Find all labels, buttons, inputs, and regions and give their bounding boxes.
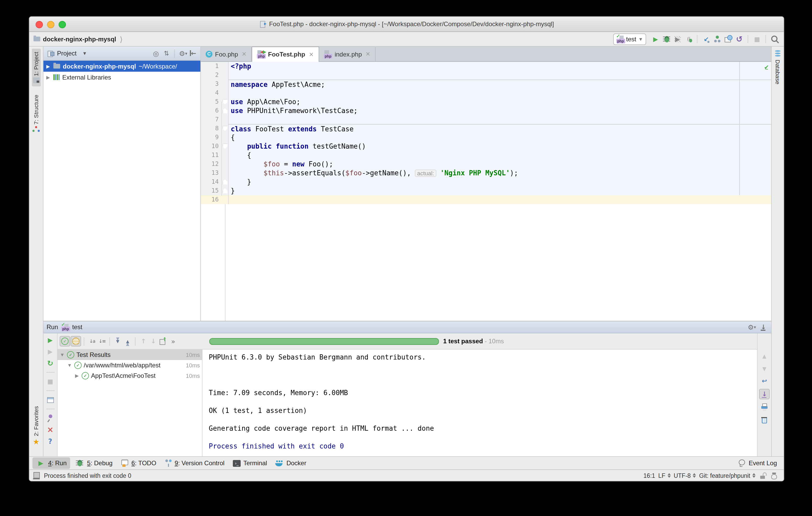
line-number[interactable]: 8 bbox=[201, 124, 222, 133]
expand-arrow-icon[interactable]: ▼ bbox=[67, 363, 72, 368]
fold-marker-icon[interactable] bbox=[223, 179, 227, 184]
breadcrumb-project[interactable]: docker-nginx-php-mysql bbox=[43, 35, 116, 42]
expand-arrow-icon[interactable]: ▼ bbox=[60, 352, 65, 357]
show-passed-button[interactable] bbox=[60, 336, 70, 346]
scroll-to-end-icon[interactable] bbox=[760, 389, 769, 399]
pin-icon[interactable] bbox=[46, 413, 55, 423]
scroll-to-end-button[interactable] bbox=[759, 389, 770, 399]
code-line[interactable]: 10 public function testGetName() bbox=[201, 142, 771, 151]
code-line[interactable]: 16 bbox=[201, 195, 771, 204]
unlock-icon[interactable] bbox=[759, 471, 767, 480]
fold-marker-icon[interactable] bbox=[223, 188, 227, 193]
run-toolwindow-header[interactable]: Run ✓ php test bbox=[44, 321, 771, 333]
vcs-icon[interactable] bbox=[165, 459, 172, 467]
stop-icon[interactable] bbox=[752, 34, 762, 44]
line-number[interactable]: 4 bbox=[201, 88, 222, 97]
line-number[interactable]: 13 bbox=[201, 169, 222, 177]
close-window-button[interactable] bbox=[36, 21, 43, 28]
test-tree-row[interactable]: ▶AppTest\Acme\FooTest10ms bbox=[58, 371, 202, 381]
line-number[interactable]: 1 bbox=[201, 62, 222, 70]
show-passed-icon[interactable] bbox=[61, 338, 68, 345]
git-branch-widget[interactable]: Git: feature/phpunit bbox=[699, 472, 755, 479]
line-number[interactable]: 11 bbox=[201, 151, 222, 160]
chevron-down-icon[interactable]: ▼ bbox=[82, 51, 87, 56]
settings-icon[interactable] bbox=[747, 322, 757, 332]
code-line[interactable]: 8class FooTest extends TestCase bbox=[201, 124, 771, 133]
toolwindow-tab-version-control[interactable]: 9: Version Control bbox=[161, 458, 228, 468]
collapse-all-icon[interactable] bbox=[123, 337, 133, 346]
run-console[interactable]: PHPUnit 6.3.0 by Sebastian Bergmann and … bbox=[202, 350, 757, 459]
toolwindow-tab-project[interactable]: 1: Project bbox=[32, 49, 40, 87]
code-line[interactable]: 5use App\Acme\Foo; bbox=[201, 97, 771, 106]
toolwindow-tab-docker[interactable]: Docker bbox=[272, 458, 310, 468]
line-number[interactable]: 3 bbox=[201, 80, 222, 88]
line-number[interactable]: 6 bbox=[201, 106, 222, 115]
line-ending-select[interactable]: LF bbox=[658, 472, 670, 479]
terminal-icon[interactable] bbox=[233, 460, 241, 466]
project-tree-row-external-libraries[interactable]: ▶ External Libraries bbox=[44, 72, 200, 83]
code-line[interactable]: 6use PHPUnit\Framework\TestCase; bbox=[201, 106, 771, 115]
line-number[interactable]: 7 bbox=[201, 115, 222, 124]
breadcrumb[interactable]: docker-nginx-php-mysql ⟩ bbox=[33, 35, 123, 43]
inspection-status-icon[interactable]: ✔ bbox=[764, 63, 768, 72]
code-line[interactable]: 9{ bbox=[201, 133, 771, 142]
expand-arrow-icon[interactable]: ▶ bbox=[74, 373, 80, 378]
attach-debugger-icon[interactable] bbox=[684, 34, 693, 44]
toggle-auto-test-icon[interactable] bbox=[46, 359, 55, 368]
run-configuration-select[interactable]: ✓ php test ▼ bbox=[613, 33, 646, 45]
toolwindow-tab-event-log[interactable]: Event Log bbox=[734, 458, 781, 468]
fold-marker-icon[interactable] bbox=[223, 144, 227, 149]
line-number[interactable]: 14 bbox=[201, 177, 222, 186]
title-bar[interactable]: FooTest.php - docker-nginx-php-mysql - [… bbox=[29, 17, 784, 32]
code-line[interactable]: 13 $this->assertEquals($foo->getName(), … bbox=[201, 169, 771, 177]
toolwindow-tab-terminal[interactable]: Terminal bbox=[229, 458, 271, 468]
test-tree-row[interactable]: ▼Test Results10ms bbox=[58, 350, 202, 360]
more-icon[interactable] bbox=[169, 337, 178, 346]
fold-marker-icon[interactable] bbox=[223, 99, 227, 105]
code-line[interactable]: 11 { bbox=[201, 151, 771, 160]
settings-icon[interactable] bbox=[178, 49, 188, 58]
toolwindow-switcher-icon[interactable] bbox=[32, 471, 41, 480]
line-number[interactable]: 9 bbox=[201, 133, 222, 142]
test-tree-row[interactable]: ▼/var/www/html/web/app/test10ms bbox=[58, 360, 202, 371]
soft-wrap-icon[interactable] bbox=[760, 376, 769, 386]
minimize-window-button[interactable] bbox=[47, 21, 54, 28]
sort-alphabetically-icon[interactable] bbox=[87, 337, 97, 346]
locate-icon[interactable] bbox=[151, 49, 161, 58]
sort-by-duration-icon[interactable] bbox=[97, 337, 107, 346]
run-icon[interactable] bbox=[36, 458, 46, 468]
toolwindow-tab-run[interactable]: 4: Run bbox=[32, 457, 70, 469]
caret-position[interactable]: 16:1 bbox=[643, 472, 655, 479]
search-everywhere-icon[interactable] bbox=[770, 34, 780, 44]
rerun-icon[interactable] bbox=[46, 336, 55, 345]
print-icon[interactable] bbox=[760, 402, 769, 412]
close-tab-icon[interactable]: ✕ bbox=[242, 51, 246, 58]
fold-marker-icon[interactable] bbox=[223, 126, 227, 131]
code-line[interactable]: 3namespace AppTest\Acme; bbox=[201, 80, 771, 88]
code-line[interactable]: 7 bbox=[201, 115, 771, 124]
zoom-window-button[interactable] bbox=[59, 21, 66, 28]
clear-all-icon[interactable] bbox=[760, 415, 769, 424]
close-icon[interactable] bbox=[46, 425, 55, 434]
help-icon[interactable] bbox=[46, 436, 55, 446]
hector-inspections-icon[interactable] bbox=[770, 471, 779, 480]
run-icon[interactable] bbox=[651, 34, 660, 44]
code-editor[interactable]: ✔ 1<?php23namespace AppTest\Acme;45use A… bbox=[201, 62, 771, 321]
line-number[interactable]: 5 bbox=[201, 97, 222, 106]
docker-icon[interactable] bbox=[276, 460, 284, 466]
code-line[interactable]: 14 } bbox=[201, 177, 771, 186]
editor-tab-foo-php[interactable]: Foo.php ✕ bbox=[201, 47, 252, 61]
code-line[interactable]: 12 $foo = new Foo(); bbox=[201, 160, 771, 169]
debug-icon[interactable] bbox=[75, 458, 85, 468]
commit-changes-icon[interactable] bbox=[713, 34, 722, 44]
update-project-icon[interactable] bbox=[702, 34, 711, 44]
expand-arrow-icon[interactable]: ▶ bbox=[46, 64, 51, 69]
encoding-select[interactable]: UTF-8 bbox=[674, 472, 696, 479]
line-number[interactable]: 16 bbox=[201, 195, 222, 204]
todo-icon[interactable] bbox=[121, 459, 129, 467]
hide-left-icon[interactable] bbox=[189, 49, 198, 58]
debug-icon[interactable] bbox=[662, 34, 671, 44]
toolwindow-tab-debug[interactable]: 5: Debug bbox=[71, 457, 116, 469]
close-tab-icon[interactable]: ✕ bbox=[309, 51, 314, 58]
line-number[interactable]: 2 bbox=[201, 70, 222, 80]
